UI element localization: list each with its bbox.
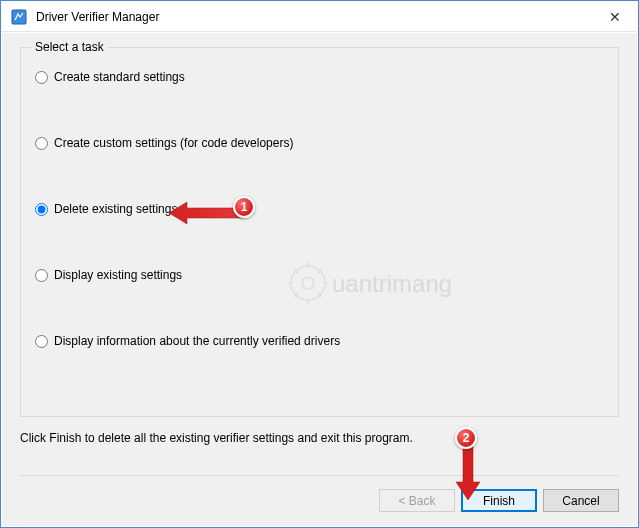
titlebar: Driver Verifier Manager ✕ [2,2,637,32]
button-row: < Back Finish Cancel [379,489,619,512]
radio-custom[interactable] [35,137,48,150]
instruction-text: Click Finish to delete all the existing … [20,431,619,445]
window-title: Driver Verifier Manager [36,10,159,24]
window-frame: Driver Verifier Manager ✕ Select a task … [0,0,639,528]
radio-row-standard[interactable]: Create standard settings [35,70,604,84]
dialog-content: Select a task Create standard settings C… [2,33,637,526]
radio-row-custom[interactable]: Create custom settings (for code develop… [35,136,604,150]
radio-standard[interactable] [35,71,48,84]
radio-row-delete[interactable]: Delete existing settings [35,202,604,216]
radio-label-delete: Delete existing settings [54,202,177,216]
radio-row-display[interactable]: Display existing settings [35,268,604,282]
radio-label-standard: Create standard settings [54,70,185,84]
groupbox-legend: Select a task [31,40,108,54]
radio-row-info[interactable]: Display information about the currently … [35,334,604,348]
back-button: < Back [379,489,455,512]
close-icon: ✕ [609,9,621,25]
close-button[interactable]: ✕ [592,2,637,31]
radio-delete[interactable] [35,203,48,216]
app-icon [8,6,30,28]
svg-rect-0 [12,10,26,24]
finish-button[interactable]: Finish [461,489,537,512]
cancel-button[interactable]: Cancel [543,489,619,512]
task-groupbox: Select a task Create standard settings C… [20,47,619,417]
divider [20,475,619,476]
radio-info[interactable] [35,335,48,348]
radio-display[interactable] [35,269,48,282]
radio-label-custom: Create custom settings (for code develop… [54,136,293,150]
radio-label-display: Display existing settings [54,268,182,282]
radio-label-info: Display information about the currently … [54,334,340,348]
